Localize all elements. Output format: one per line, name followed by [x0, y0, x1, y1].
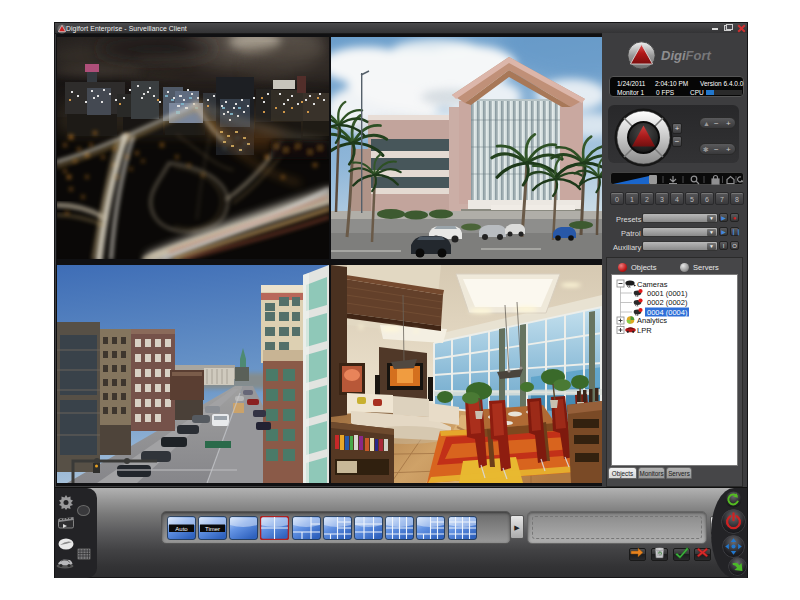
svg-text:Cameras: Cameras — [637, 280, 668, 289]
svg-text:0002 (0002): 0002 (0002) — [647, 298, 688, 307]
svg-text:LPR: LPR — [637, 326, 652, 335]
svg-text:Timer: Timer — [205, 526, 220, 532]
svg-text:0001 (0001): 0001 (0001) — [647, 289, 688, 298]
svg-text:Analytics: Analytics — [637, 316, 667, 325]
svg-text:Auto: Auto — [175, 526, 188, 532]
svg-text:0004 (0004): 0004 (0004) — [647, 308, 688, 317]
